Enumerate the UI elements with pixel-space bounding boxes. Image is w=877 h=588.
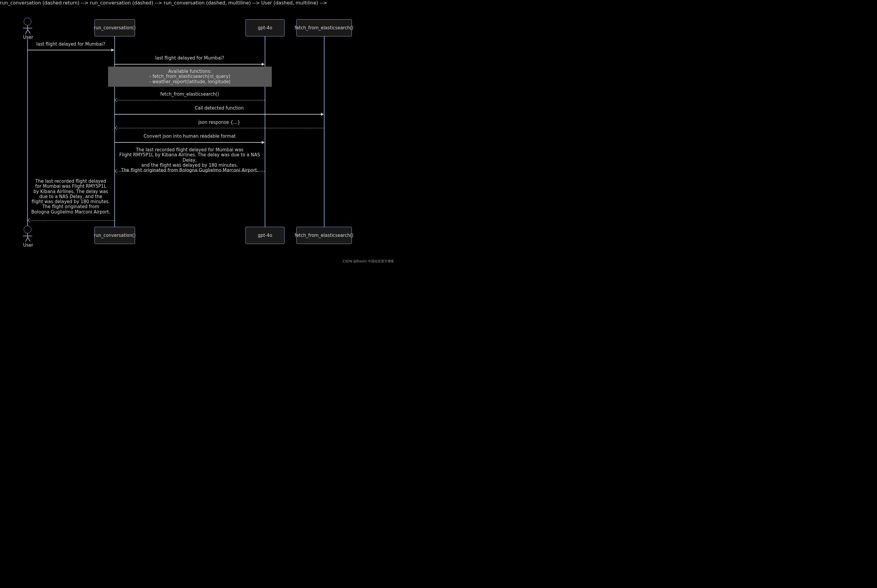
arrow-head-icon [262,141,265,144]
participant-label: run_conversation() [94,233,136,238]
participant-label: fetch_from_elasticsearch() [295,25,353,30]
message-8-arrow [30,220,114,220]
lifeline-fetch-es [324,36,324,227]
participant-label: gpt-4o [258,25,272,30]
participant-fetch-es-top: fetch_from_elasticsearch() [296,19,352,36]
actor-user-label-bottom: User [23,243,32,248]
participant-fetch-es-bottom: fetch_from_elasticsearch() [296,227,352,244]
message-2-label: last flight delayed for Mumbai? [115,56,265,61]
arrow-head-icon [115,126,119,130]
arrow-head-icon [111,48,114,51]
message-line: Flight RMY5P1L by Kibana Airlines. The d… [115,153,265,163]
message-3-arrow [117,100,265,100]
participant-run-conversation-bottom: run_conversation() [94,227,135,244]
message-1-arrow [27,50,112,50]
lifeline-run-conversation [114,36,115,227]
message-6-arrow [115,142,262,143]
lifeline-gpt4o [265,36,265,227]
participant-run-conversation-top: run_conversation() [94,19,135,36]
message-8-label: The last recorded flight delayed for Mum… [27,179,114,214]
sequence-diagram: User User run_conversation() gpt-4o fetc… [0,0,396,265]
participant-label: gpt-4o [258,233,272,238]
participant-label: fetch_from_elasticsearch() [295,233,353,238]
arrow-head-icon [262,63,265,66]
watermark: CSDN @Elastic 中国社区官方博客 [343,259,394,264]
message-line: due to a NAS Delay, and the [27,194,114,199]
actor-user-top [23,18,32,34]
message-line: The last recorded flight delayed for Mum… [115,147,265,153]
message-line: and the flight was delayed by 180 minute… [115,163,265,168]
participant-label: run_conversation() [94,25,136,30]
message-7-label: The last recorded flight delayed for Mum… [115,147,265,173]
participant-gpt4o-bottom: gpt-4o [246,227,285,244]
message-1-label: last flight delayed for Mumbai? [27,42,114,47]
arrow-head-icon [321,113,324,116]
message-4-arrow [115,114,322,115]
note-available-functions: Available functions: - fetch_from_elasti… [108,67,272,87]
message-line: The flight originated from [27,204,114,209]
message-line: Bologna Guglielmo Marconi Airport. [27,210,114,214]
participant-gpt4o-top: gpt-4o [246,19,285,36]
message-line: The last recorded flight delayed [27,179,114,184]
message-line: The flight originated from Bologna Gugli… [115,168,265,173]
message-6-label: Convert json into human readable format [115,134,265,139]
actor-user-label-top: User [23,34,32,40]
message-7-arrow [117,171,265,171]
message-line: by Kibana Airlines. The delay was [27,189,114,194]
message-2-arrow [115,64,262,64]
message-line: for Mumbai was Flight RMY5P1L [27,184,114,189]
note-line: - fetch_from_elasticsearch(nl_query) [112,74,268,79]
arrow-head-icon [115,98,119,102]
actor-user-bottom [23,226,32,242]
note-line: - weather_report(latitude, longitude) [112,80,268,84]
message-5-arrow [117,128,324,128]
message-4-label: Call detected function [115,105,324,111]
arrow-head-icon [28,218,32,222]
message-line: flight was delayed by 180 minutes. [27,199,114,204]
message-5-label: json response {...} [115,120,324,125]
message-3-label: fetch_from_elasticsearch() [115,92,265,97]
note-line: Available functions: [112,69,268,74]
